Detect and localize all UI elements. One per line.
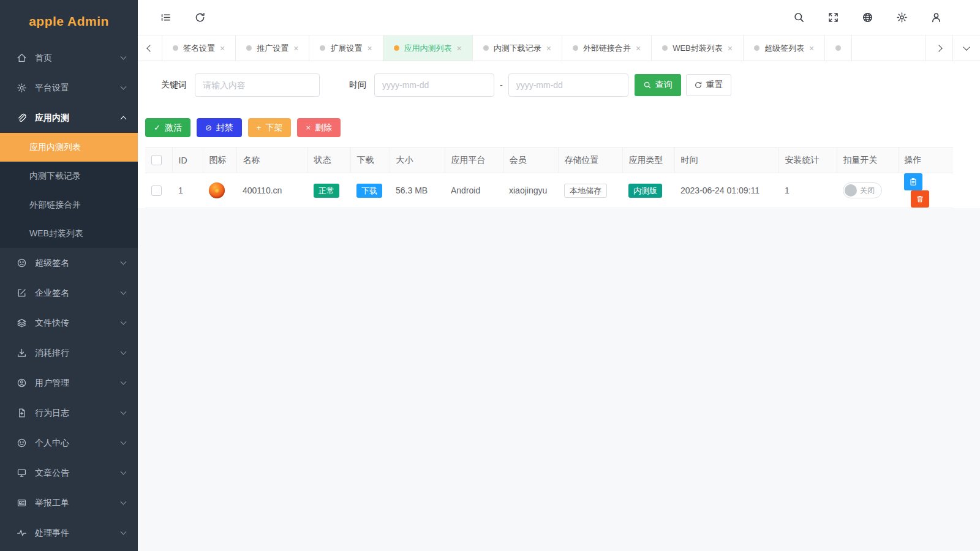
tab-dot-icon xyxy=(662,45,668,51)
reset-button[interactable]: 重置 xyxy=(686,74,731,96)
keyword-input[interactable] xyxy=(195,73,320,97)
chevron-down-icon xyxy=(121,529,127,535)
select-all-checkbox[interactable] xyxy=(151,155,162,165)
column-header-size: 大小 xyxy=(390,148,445,173)
sidebar-item-app-beta[interactable]: 应用内测 xyxy=(0,103,138,133)
date-start-input[interactable] xyxy=(374,73,494,97)
tab-extension-settings[interactable]: 扩展设置 × xyxy=(309,36,383,61)
cell-name: 400110.cn xyxy=(236,173,307,208)
tab-dot-icon xyxy=(754,45,760,51)
sidebar-item-behavior-logs[interactable]: 行为日志 xyxy=(0,398,138,428)
sidebar-item-home[interactable]: 首页 xyxy=(0,43,138,73)
edit-button[interactable] xyxy=(904,173,922,190)
gear-icon[interactable] xyxy=(895,12,908,24)
tab-external-link-merge[interactable]: 外部链接合并 × xyxy=(562,36,652,61)
column-header-app-type: 应用类型 xyxy=(622,148,674,173)
sidebar-item-label: 行为日志 xyxy=(35,408,121,419)
cell-install-count: 1 xyxy=(778,173,837,208)
download-badge[interactable]: 下载 xyxy=(356,184,382,198)
sidebar-item-label: 企业签名 xyxy=(35,288,121,299)
sidebar-item-file-transfer[interactable]: 文件快传 xyxy=(0,308,138,338)
unpublish-button-label: 下架 xyxy=(265,122,282,133)
close-icon[interactable]: × xyxy=(728,43,733,53)
column-header-deduction-switch: 扣量开关 xyxy=(837,148,898,173)
close-icon[interactable]: × xyxy=(367,43,372,53)
topbar-right xyxy=(793,12,942,24)
submenu-item-download-records[interactable]: 内测下载记录 xyxy=(0,162,138,190)
toggle-knob xyxy=(845,184,857,197)
column-header-time: 时间 xyxy=(674,148,778,173)
sidebar-item-super-sign[interactable]: 超级签名 xyxy=(0,248,138,278)
content-area: 关键词 时间 - 查询 重置 xyxy=(138,61,980,551)
tab-label: 扩展设置 xyxy=(330,43,362,54)
tab-app-beta-list[interactable]: 应用内测列表 × xyxy=(383,36,473,61)
sidebar-item-handle-events[interactable]: 处理事件 xyxy=(0,518,138,548)
chevron-down-icon xyxy=(121,379,127,385)
chevron-down-icon xyxy=(121,409,127,415)
file-icon xyxy=(17,408,27,418)
layers-icon xyxy=(17,318,27,328)
deduction-toggle[interactable]: 关闭 xyxy=(843,182,882,198)
sad-face-icon xyxy=(17,258,27,268)
trash-button[interactable] xyxy=(911,190,929,208)
tabs-list: 签名设置 × 推广设置 × 扩展设置 × 应用内测列表 × xyxy=(162,36,925,61)
tab-beta-download-records[interactable]: 内测下载记录 × xyxy=(473,36,562,61)
activate-button[interactable]: ✓ 激活 xyxy=(145,118,190,137)
fullscreen-icon[interactable] xyxy=(827,12,839,24)
close-icon[interactable]: × xyxy=(809,43,814,53)
close-icon[interactable]: × xyxy=(457,43,462,53)
cell-member: xiaojingyu xyxy=(503,173,558,208)
close-icon[interactable]: × xyxy=(636,43,641,53)
tabs-dropdown-button[interactable] xyxy=(952,36,980,61)
search-icon[interactable] xyxy=(793,12,805,24)
sidebar-item-label: 消耗排行 xyxy=(35,348,121,359)
sidebar-item-consumption-ranking[interactable]: 消耗排行 xyxy=(0,338,138,368)
column-header-operations: 操作 xyxy=(898,148,953,173)
sidebar-item-report-tickets[interactable]: 举报工单 xyxy=(0,488,138,518)
user-icon[interactable] xyxy=(930,12,942,24)
search-icon xyxy=(643,81,652,89)
column-header-icon: 图标 xyxy=(203,148,236,173)
sidebar-item-article-announcements[interactable]: 文章公告 xyxy=(0,458,138,488)
tab-label: WEB封装列表 xyxy=(673,43,723,54)
collapse-menu-icon[interactable] xyxy=(159,12,172,24)
sidebar-item-user-management[interactable]: 用户管理 xyxy=(0,368,138,398)
ban-button[interactable]: ⊘ 封禁 xyxy=(197,118,242,137)
date-end-input[interactable] xyxy=(508,73,628,97)
globe-icon[interactable] xyxy=(861,12,873,24)
sidebar-item-label: 举报工单 xyxy=(35,498,121,509)
tab-promotion-settings[interactable]: 推广设置 × xyxy=(236,36,309,61)
ban-icon: ⊘ xyxy=(205,123,212,132)
refresh-icon[interactable] xyxy=(194,12,206,24)
submenu-item-external-links[interactable]: 外部链接合并 xyxy=(0,190,138,219)
close-icon[interactable]: × xyxy=(220,43,225,53)
tab-sign-settings[interactable]: 签名设置 × xyxy=(162,36,236,61)
tabs-scroll-left-button[interactable] xyxy=(138,36,162,61)
sidebar-item-enterprise-sign[interactable]: 企业签名 xyxy=(0,278,138,308)
tabs-scroll-right-button[interactable] xyxy=(925,36,952,61)
tab-dot-icon xyxy=(173,45,178,51)
sidebar-item-label: 平台设置 xyxy=(35,83,121,94)
unpublish-button[interactable]: + 下架 xyxy=(248,118,292,137)
sidebar-item-label: 应用内测 xyxy=(35,113,121,124)
close-icon[interactable]: × xyxy=(293,43,298,53)
search-button-label: 查询 xyxy=(655,80,673,91)
row-checkbox[interactable] xyxy=(151,186,162,196)
submenu-item-beta-list[interactable]: 应用内测列表 xyxy=(0,133,138,162)
search-button[interactable]: 查询 xyxy=(635,74,681,96)
column-header-name: 名称 xyxy=(236,148,307,173)
column-header-download: 下载 xyxy=(350,148,390,173)
sidebar-item-label: 超级签名 xyxy=(35,258,121,269)
tab-web-package-list[interactable]: WEB封装列表 × xyxy=(652,36,744,61)
cell-size: 56.3 MB xyxy=(390,173,445,208)
close-icon[interactable]: × xyxy=(546,43,551,53)
tab-truncated[interactable] xyxy=(825,36,852,61)
tab-dot-icon xyxy=(835,45,841,51)
delete-button[interactable]: × 删除 xyxy=(297,118,341,137)
keyword-label: 关键词 xyxy=(161,80,187,91)
sidebar-item-personal-center[interactable]: 个人中心 xyxy=(0,428,138,458)
submenu-item-web-package-list[interactable]: WEB封装列表 xyxy=(0,219,138,248)
time-label: 时间 xyxy=(349,80,366,91)
sidebar-item-platform-settings[interactable]: 平台设置 xyxy=(0,73,138,103)
tab-super-sign-list[interactable]: 超级签列表 × xyxy=(744,36,825,61)
